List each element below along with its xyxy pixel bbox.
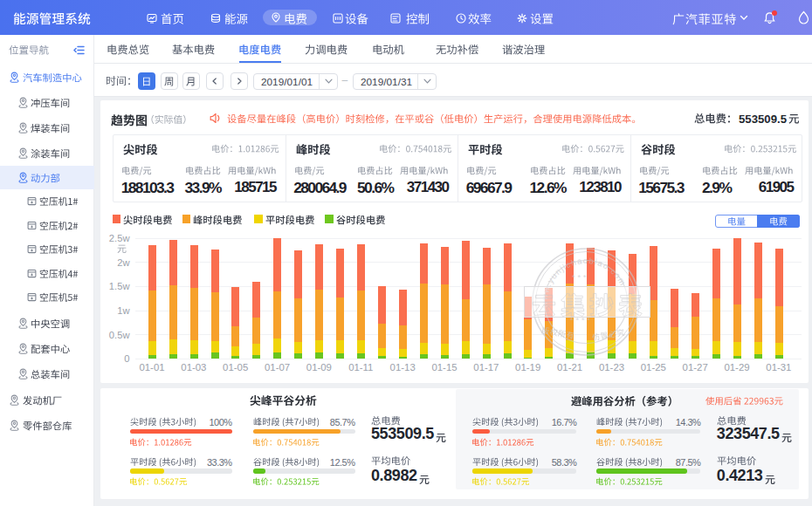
svg-text:***: ***	[572, 273, 589, 282]
